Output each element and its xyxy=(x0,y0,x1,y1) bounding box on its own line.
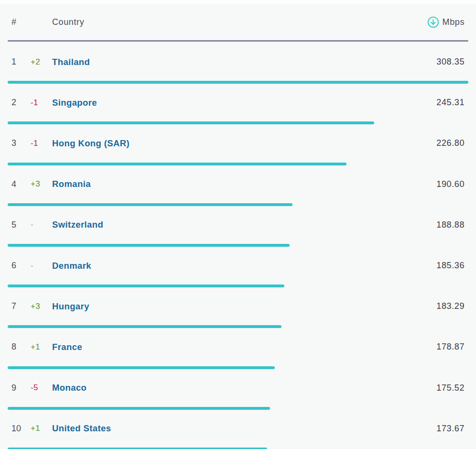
table-row: 4 +3 Romania 190.60 xyxy=(0,164,476,205)
country-column-header: Country xyxy=(52,17,427,27)
rank-cell: 10 xyxy=(0,424,31,434)
rank-change: +3 xyxy=(31,302,52,311)
rank-change: +2 xyxy=(31,57,52,67)
country-name[interactable]: Monaco xyxy=(52,383,436,393)
speed-value: 188.88 xyxy=(436,220,476,230)
rank-cell: 7 xyxy=(0,301,31,311)
rank-change: - xyxy=(31,220,52,230)
country-name[interactable]: Denmark xyxy=(52,261,436,271)
rank-cell: 6 xyxy=(0,261,31,271)
rank-cell: 3 xyxy=(0,138,31,148)
rank-column-header: # xyxy=(0,17,31,27)
rank-change: +3 xyxy=(31,179,52,189)
rank-change: +1 xyxy=(31,342,52,352)
country-name[interactable]: Hungary xyxy=(52,301,436,312)
table-row: 2 -1 Singapore 245.31 xyxy=(0,82,476,123)
speed-value: 245.31 xyxy=(436,98,476,108)
speed-value: 178.87 xyxy=(436,342,476,352)
rank-cell: 5 xyxy=(0,220,31,230)
country-name[interactable]: Romania xyxy=(52,179,436,189)
rank-change: -1 xyxy=(31,139,52,148)
table-row: 3 -1 Hong Kong (SAR) 226.80 xyxy=(0,123,476,164)
sort-descending-icon[interactable] xyxy=(427,16,439,28)
rank-cell: 4 xyxy=(0,179,31,189)
country-name[interactable]: United States xyxy=(52,423,436,434)
rank-change: -5 xyxy=(31,383,52,393)
mbps-column-header[interactable]: Mbps xyxy=(443,17,465,27)
rank-cell: 2 xyxy=(0,98,31,108)
top-strip xyxy=(0,0,476,4)
country-name[interactable]: France xyxy=(52,342,436,352)
speed-value: 308.35 xyxy=(436,57,476,67)
speed-value: 175.52 xyxy=(436,383,476,393)
table-row: 5 - Switzerland 188.88 xyxy=(0,205,476,245)
table-row: 9 -5 Monaco 175.52 xyxy=(0,368,476,408)
speed-value: 173.67 xyxy=(436,424,476,434)
table-row: 6 - Denmark 185.36 xyxy=(0,245,476,286)
ranking-table: 1 +2 Thailand 308.35 2 -1 Singapore 245.… xyxy=(0,42,476,449)
table-header: # Country Mbps xyxy=(0,4,476,40)
table-row: 7 +3 Hungary 183.29 xyxy=(0,286,476,327)
speed-value: 183.29 xyxy=(436,301,476,311)
speed-value: 226.80 xyxy=(436,138,476,148)
rank-change: - xyxy=(31,261,52,271)
rank-cell: 1 xyxy=(0,57,31,67)
mbps-sort-button[interactable]: Mbps xyxy=(427,16,476,28)
speed-value: 190.60 xyxy=(436,179,476,189)
country-name[interactable]: Hong Kong (SAR) xyxy=(52,138,436,149)
rank-cell: 9 xyxy=(0,383,31,393)
rank-cell: 8 xyxy=(0,342,31,352)
rank-change: +1 xyxy=(31,424,52,433)
rank-change: -1 xyxy=(31,98,52,108)
table-row: 1 +2 Thailand 308.35 xyxy=(0,42,476,82)
country-name[interactable]: Thailand xyxy=(52,57,436,67)
country-name[interactable]: Switzerland xyxy=(52,219,436,230)
table-row: 10 +1 United States 173.67 xyxy=(0,408,476,449)
table-row: 8 +1 France 178.87 xyxy=(0,327,476,367)
country-name[interactable]: Singapore xyxy=(52,98,436,108)
speed-value: 185.36 xyxy=(436,261,476,271)
